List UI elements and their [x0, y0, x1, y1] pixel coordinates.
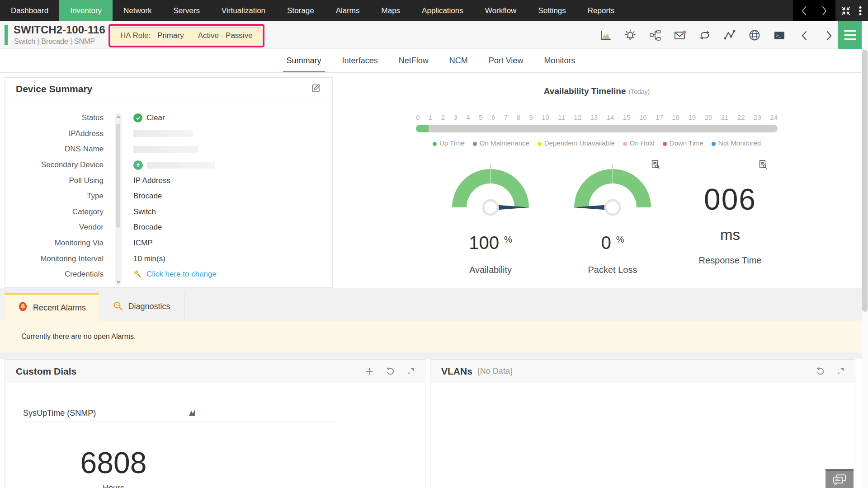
add-dial-icon[interactable] — [365, 367, 373, 375]
ha-role-value: Primary — [157, 31, 184, 40]
web-globe-icon[interactable] — [748, 29, 761, 42]
refresh-icon[interactable] — [386, 367, 395, 375]
svg-text:>_: >_ — [776, 34, 781, 38]
field-label: Type — [5, 192, 104, 201]
area-chart-icon[interactable] — [188, 408, 197, 418]
vlans-no-data-badge: [No Data] — [478, 366, 512, 376]
tab-recent-alarms[interactable]: Recent Alarms — [5, 293, 99, 321]
hour-tick: 1 — [429, 113, 432, 121]
change-credentials-link[interactable]: Click here to change — [146, 270, 217, 279]
field-value — [133, 146, 198, 153]
redacted-value — [133, 130, 193, 137]
timeline-hours: 0123456789101112131415161718192021222324 — [416, 113, 778, 121]
no-alarms-message: Currently there are no open Alarms. — [21, 333, 136, 341]
performance-chart-icon[interactable] — [599, 29, 612, 42]
nav-item-storage[interactable]: Storage — [276, 0, 325, 21]
hour-tick: 4 — [466, 113, 470, 121]
support-chat-button[interactable] — [826, 469, 854, 488]
tab-netflow[interactable]: NetFlow — [399, 49, 429, 72]
page-scrollbar-thumb[interactable] — [862, 50, 868, 312]
field-label: Monitoring Interval — [5, 254, 104, 263]
field-label: Poll Using — [5, 176, 104, 185]
next-device-icon[interactable] — [823, 29, 835, 42]
nav-item-alarms[interactable]: Alarms — [325, 0, 371, 21]
field-label: Category — [5, 207, 104, 216]
redacted-value — [133, 146, 198, 153]
field-row: Monitoring ViaICMP — [5, 235, 332, 251]
nav-item-inventory[interactable]: Inventory — [59, 0, 113, 21]
response-time-label: Response Time — [674, 255, 787, 266]
nav-item-network[interactable]: Network — [113, 0, 162, 21]
device-tabbar: SummaryInterfacesNetFlowNCMPort ViewMoni… — [0, 49, 862, 73]
tab-label: Recent Alarms — [33, 303, 86, 313]
traceroute-icon[interactable] — [723, 29, 736, 42]
tab-port-view[interactable]: Port View — [489, 49, 524, 72]
expand-widget-icon[interactable] — [407, 368, 414, 375]
legend-dot — [663, 142, 667, 146]
device-action-icons: >_ — [599, 21, 835, 49]
nav-item-workflow[interactable]: Workflow — [474, 0, 528, 21]
scroll-down-icon[interactable] — [115, 278, 122, 285]
nav-item-maps[interactable]: Maps — [371, 0, 411, 21]
hour-tick: 9 — [529, 113, 533, 121]
hour-tick: 8 — [517, 113, 520, 121]
nav-item-applications[interactable]: Applications — [411, 0, 474, 21]
legend-dot — [433, 142, 437, 146]
workflow-icon[interactable] — [649, 29, 661, 42]
availability-section: Availability Timeline(Today) 01234567891… — [337, 73, 857, 288]
main-nav: DashboardInventoryNetworkServersVirtuali… — [0, 0, 868, 21]
email-icon[interactable] — [674, 29, 686, 42]
legend-item: Dependent Unavailable — [538, 139, 615, 147]
menu-icon[interactable] — [838, 21, 862, 49]
hour-tick: 17 — [656, 113, 663, 121]
report-icon[interactable] — [650, 160, 660, 171]
terminal-icon[interactable]: >_ — [773, 29, 786, 42]
edit-icon[interactable] — [311, 83, 321, 95]
field-row: DNS Name — [5, 141, 332, 157]
hour-tick: 11 — [558, 113, 565, 121]
tab-interfaces[interactable]: Interfaces — [342, 49, 378, 72]
field-label: Monitoring Via — [5, 239, 104, 248]
legend-dot — [623, 142, 627, 146]
response-time-unit: ms — [674, 226, 787, 244]
hour-tick: 14 — [607, 113, 614, 121]
scroll-up-icon[interactable] — [115, 113, 122, 120]
alarms-tabbar: Recent Alarms Diagnostics — [0, 293, 862, 320]
field-row: VendorBrocade — [5, 220, 332, 235]
nav-item-reports[interactable]: Reports — [577, 0, 626, 21]
dial-unit: Hours — [23, 483, 204, 488]
page-scrollbar[interactable] — [862, 21, 868, 488]
summary-scrollbar[interactable] — [115, 113, 122, 286]
nav-item-settings[interactable]: Settings — [527, 0, 576, 21]
more-options-icon[interactable] — [854, 5, 866, 17]
report-icon[interactable] — [758, 160, 768, 171]
nav-item-servers[interactable]: Servers — [162, 0, 211, 21]
nav-item-virtualization[interactable]: Virtualization — [211, 0, 276, 21]
nav-item-dashboard[interactable]: Dashboard — [0, 0, 59, 21]
exit-fullscreen-icon[interactable] — [840, 5, 852, 17]
field-row: CategorySwitch — [5, 204, 332, 220]
legend-dot — [712, 142, 716, 146]
scrollbar-thumb[interactable] — [116, 124, 120, 228]
nav-back-icon[interactable] — [798, 5, 810, 17]
refresh-icon[interactable] — [816, 367, 825, 375]
section-gap — [0, 288, 862, 293]
device-summary-title: Device Summary — [16, 84, 92, 94]
availability-gauge: 100 % Availability — [429, 162, 552, 275]
tab-summary[interactable]: Summary — [287, 49, 321, 72]
field-value — [133, 160, 215, 170]
field-row: TypeBrocade — [5, 188, 332, 204]
tab-diagnostics[interactable]: Diagnostics — [99, 293, 184, 320]
timeline-legend: Up TimeOn MaintenanceDependent Unavailab… — [393, 139, 800, 147]
sync-loop-icon[interactable] — [698, 29, 711, 42]
hour-tick: 23 — [754, 113, 761, 121]
field-value: IP Address — [133, 176, 170, 185]
tab-monitors[interactable]: Monitors — [544, 49, 575, 72]
prev-device-icon[interactable] — [798, 29, 811, 42]
tab-ncm[interactable]: NCM — [449, 49, 468, 72]
expand-widget-icon[interactable] — [837, 368, 844, 375]
nav-forward-icon[interactable] — [818, 5, 830, 17]
device-title: SWITCH2-100-116 — [14, 23, 105, 36]
device-up-icon — [133, 160, 143, 170]
alarm-bell-icon[interactable] — [624, 29, 637, 42]
